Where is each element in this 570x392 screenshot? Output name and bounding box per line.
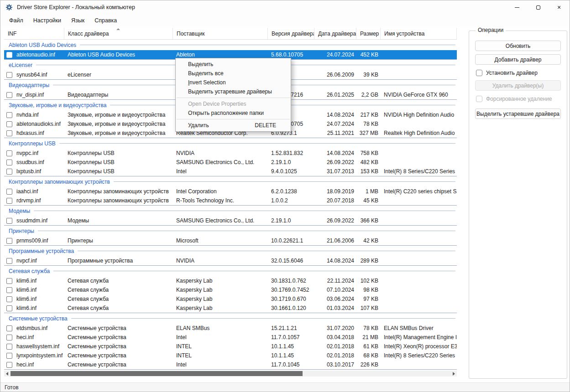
row-checkbox[interactable]	[6, 335, 12, 340]
row-checkbox[interactable]	[6, 189, 12, 195]
row-checkbox[interactable]	[6, 72, 12, 78]
menubar-item[interactable]: Файл	[4, 15, 28, 26]
driver-row[interactable]: haswellsystem.infСистемные устройстваINT…	[4, 342, 457, 351]
row-checkbox[interactable]	[6, 278, 12, 284]
driver-row[interactable]: heci.infСистемные устройстваIntel11.7.0.…	[4, 360, 457, 369]
cell-size: 42 KB	[356, 237, 381, 244]
column-header[interactable]: Класс драйвера	[64, 28, 173, 39]
group-divider	[78, 251, 455, 251]
cell-device: ELAN SMBus Driver	[381, 325, 457, 331]
driver-row[interactable]: prnms009.infПринтерыMicrosoft10.0.22621.…	[4, 236, 457, 245]
maximize-button[interactable]	[528, 0, 549, 14]
row-checkbox[interactable]	[6, 52, 12, 58]
driver-row[interactable]: nvpcf.infПрограммные устройстваNVIDIA32.…	[4, 256, 457, 265]
row-checkbox[interactable]	[6, 198, 12, 204]
scrollbar-thumb[interactable]	[10, 371, 303, 376]
select-outdated-button[interactable]: Выделить устаревшие драйвера	[475, 108, 561, 119]
cell-inf: ssudmdm.inf	[4, 217, 64, 224]
row-checkbox[interactable]	[6, 130, 12, 136]
add-driver-button[interactable]: Добавить драйвер	[475, 54, 561, 65]
driver-row[interactable]: rdrvmp.infКонтроллеры запоминающих устро…	[4, 196, 457, 205]
force-delete-checkbox[interactable]	[476, 96, 482, 102]
row-checkbox[interactable]	[6, 169, 12, 175]
row-checkbox[interactable]	[6, 218, 12, 224]
table-header: INFКласс драйвераПоставщикВерсия драйвер…	[4, 28, 457, 40]
driver-row[interactable]: klim6.infСетевая службаKaspersky Lab30.1…	[4, 304, 457, 313]
install-driver-checkbox[interactable]	[476, 70, 482, 76]
row-checkbox[interactable]	[6, 121, 12, 127]
maximize-icon	[536, 5, 540, 10]
driver-row[interactable]: nvppc.infКонтроллеры USBNVIDIA1.52.831.8…	[4, 149, 457, 158]
cell-size: 226 KB	[356, 361, 381, 368]
context-menu-item[interactable]: Выделить устаревшие драйверы	[176, 87, 291, 96]
row-checkbox[interactable]	[6, 362, 12, 368]
scroll-left-arrow[interactable]	[4, 371, 10, 377]
cell-size: 482 KB	[356, 159, 381, 165]
row-checkbox[interactable]	[6, 160, 12, 165]
scroll-right-arrow[interactable]	[451, 371, 457, 377]
cell-inf: nvpcf.inf	[4, 258, 64, 264]
row-checkbox[interactable]	[6, 150, 12, 156]
horizontal-scrollbar[interactable]	[4, 371, 457, 377]
row-checkbox[interactable]	[6, 258, 12, 264]
driver-row[interactable]: lynxpointsystem.infСистемные устройстваI…	[4, 351, 457, 360]
context-menu-item[interactable]: Open Device Properties	[176, 99, 291, 108]
delete-driver-button[interactable]: Удалить драйвер(ы)	[475, 80, 561, 91]
status-text: Готов	[5, 384, 19, 391]
driver-row[interactable]: klim6.infСетевая службаKaspersky Lab30.1…	[4, 276, 457, 285]
row-checkbox[interactable]	[6, 112, 12, 118]
group-header: Программные устройства	[4, 246, 457, 256]
cell-inf: klim6.inf	[4, 305, 64, 311]
minimize-button[interactable]	[507, 0, 528, 14]
driver-row[interactable]: klim6.infСетевая службаKaspersky Lab30.1…	[4, 294, 457, 304]
cell-date: 02.01.2018	[314, 352, 356, 359]
cell-inf: hdxasus.inf	[4, 130, 64, 136]
column-header[interactable]: Имя устройства	[381, 28, 457, 39]
driver-row[interactable]: klim6.infСетевая службаKaspersky Lab30.1…	[4, 285, 457, 294]
menubar-item[interactable]: Настройки	[28, 15, 66, 26]
cell-vendor: Intel Corporation	[173, 188, 268, 195]
force-delete-label: Форсированное удаление	[486, 96, 552, 102]
cell-device: NVIDIA High Definition Audio	[381, 112, 457, 118]
column-header[interactable]: Дата драйвера	[314, 28, 356, 39]
row-checkbox[interactable]	[6, 92, 12, 98]
row-checkbox[interactable]	[6, 287, 12, 293]
row-checkbox[interactable]	[6, 344, 12, 350]
driver-row[interactable]: etdsmbus.infСистемные устройстваELAN SMB…	[4, 324, 457, 333]
cell-class: Модемы	[64, 217, 173, 224]
row-checkbox[interactable]	[6, 325, 12, 331]
context-menu-item[interactable]: Invert Selection	[176, 78, 291, 87]
row-checkbox[interactable]	[6, 296, 12, 302]
cell-device: Intel(R) Xeon(R) processor E3 -	[381, 343, 457, 350]
menubar-item[interactable]: Язык	[66, 15, 89, 26]
menubar-item[interactable]: Справка	[89, 15, 122, 26]
cell-date: 25.11.2021	[314, 130, 356, 136]
context-menu-item[interactable]: Открыть расположение папки	[176, 108, 291, 118]
context-menu-item[interactable]: Выделить все	[176, 69, 291, 78]
cell-version: 10.0.22621.1	[268, 237, 314, 244]
row-checkbox[interactable]	[6, 353, 12, 359]
group-label: Системные устройства	[9, 315, 68, 322]
driver-row[interactable]: ssudmdm.infМодемыSAMSUNG Electronics Co.…	[4, 216, 457, 225]
column-header[interactable]: Размер	[356, 28, 381, 39]
row-checkbox[interactable]	[6, 305, 12, 311]
menu-item-label: Удалить	[188, 122, 209, 129]
inf-name: abletonaudioks.inf	[16, 121, 61, 127]
menu-item-label: Выделить все	[188, 70, 224, 77]
column-header[interactable]: Версия драйвера	[268, 28, 314, 39]
driver-row[interactable]: lxptusb.infКонтроллеры USBIntel9.4.0.102…	[4, 167, 457, 176]
context-menu-item[interactable]: УдалитьDELETE	[176, 121, 291, 130]
refresh-button[interactable]: Обновить	[475, 41, 561, 51]
cell-class: Контроллеры запоминающих устройств	[64, 197, 173, 204]
driver-row[interactable]: ssudbus.infКонтроллеры USBSAMSUNG Electr…	[4, 158, 457, 167]
close-button[interactable]: ×	[549, 0, 570, 14]
menu-item-shortcut: DELETE	[255, 122, 276, 129]
driver-row[interactable]: heci.infСистемные устройстваIntel11.7.0.…	[4, 333, 457, 342]
column-header[interactable]: Поставщик	[173, 28, 268, 39]
context-menu-item[interactable]: Выделить	[176, 60, 291, 69]
cell-class: Звуковые, игровые и видеоустройства	[64, 130, 173, 136]
driver-row[interactable]: iaahci.infКонтроллеры запоминающих устро…	[4, 187, 457, 196]
row-checkbox[interactable]	[6, 238, 12, 244]
column-header[interactable]: INF	[4, 28, 64, 39]
cell-version: 11.7.0.1045	[268, 361, 314, 368]
